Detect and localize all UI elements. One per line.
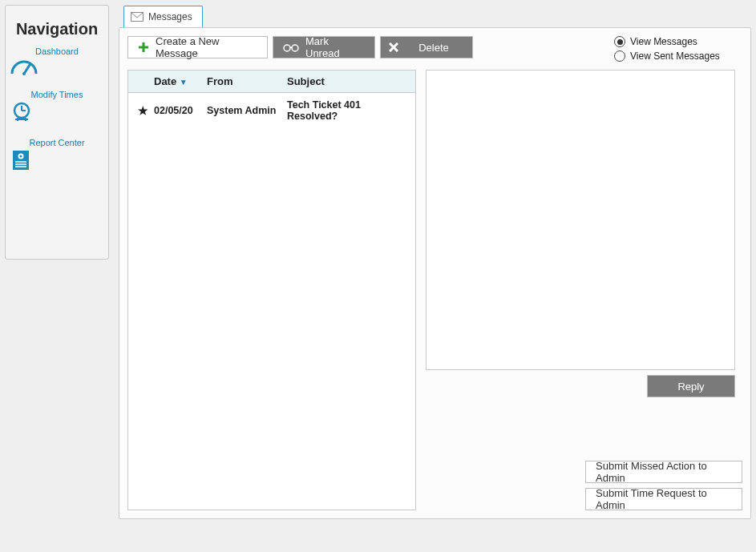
navigation-sidebar: Navigation Dashboard Modify Times — [5, 5, 109, 260]
button-label: Submit Missed Action to Admin — [596, 460, 732, 484]
bottom-actions: Submit Missed Action to Admin Submit Tim… — [585, 461, 742, 510]
message-date: 02/05/20 — [154, 105, 207, 116]
radio-label: View Messages — [630, 36, 697, 47]
radio-icon — [614, 50, 625, 62]
radio-view-messages[interactable]: View Messages — [614, 36, 720, 47]
button-label: Reply — [677, 381, 704, 393]
messages-panel: Create a New Message Mark Unread — [119, 27, 751, 519]
navigation-title: Navigation — [10, 20, 103, 38]
button-label: Delete — [405, 42, 463, 54]
column-label: Date — [154, 75, 176, 87]
sidebar-item-label: Report Center — [10, 138, 103, 147]
message-from: System Admin — [207, 105, 287, 116]
button-label: Submit Time Request to Admin — [596, 487, 732, 511]
star-icon: ★ — [131, 104, 154, 117]
column-from[interactable]: From — [207, 75, 287, 87]
svg-point-7 — [20, 155, 22, 158]
svg-point-1 — [22, 72, 26, 75]
column-date[interactable]: Date ▼ — [154, 75, 207, 87]
radio-icon — [614, 36, 625, 47]
tab-messages[interactable]: Messages — [123, 6, 203, 28]
message-list[interactable]: Date ▼ From Subject ★ 02/05/20 System Ad… — [127, 70, 416, 510]
gauge-icon — [10, 58, 103, 75]
sidebar-item-dashboard[interactable]: Dashboard — [10, 46, 103, 75]
report-document-icon — [10, 149, 103, 171]
envelope-icon — [131, 12, 144, 22]
column-icon[interactable] — [131, 75, 154, 87]
toolbar: Create a New Message Mark Unread — [127, 36, 742, 62]
delete-button[interactable]: Delete — [380, 36, 473, 58]
glasses-icon — [283, 42, 299, 52]
submit-missed-action-button[interactable]: Submit Missed Action to Admin — [585, 461, 742, 483]
main-area: Messages Create a New Message — [119, 5, 751, 547]
mark-unread-button[interactable]: Mark Unread — [273, 36, 375, 58]
app-root: Navigation Dashboard Modify Times — [0, 0, 756, 552]
view-filter-group: View Messages View Sent Messages — [614, 36, 720, 62]
sort-desc-icon: ▼ — [180, 78, 188, 87]
message-row[interactable]: ★ 02/05/20 System Admin Tech Ticket 401 … — [128, 93, 415, 128]
radio-label: View Sent Messages — [630, 50, 720, 62]
x-icon — [389, 42, 398, 52]
column-subject[interactable]: Subject — [287, 75, 412, 87]
button-label: Mark Unread — [305, 35, 365, 59]
svg-point-15 — [292, 45, 298, 51]
message-list-header: Date ▼ From Subject — [128, 71, 415, 93]
create-message-button[interactable]: Create a New Message — [127, 36, 268, 58]
message-preview — [426, 70, 735, 370]
sidebar-item-modify-times[interactable]: Modify Times — [10, 90, 103, 123]
submit-time-request-button[interactable]: Submit Time Request to Admin — [585, 488, 742, 510]
sidebar-item-report-center[interactable]: Report Center — [10, 138, 103, 171]
svg-point-14 — [284, 45, 290, 51]
radio-view-sent[interactable]: View Sent Messages — [614, 50, 720, 62]
sidebar-item-label: Dashboard — [10, 46, 103, 56]
tab-bar: Messages — [119, 5, 751, 27]
button-label: Create a New Message — [156, 35, 257, 59]
sidebar-item-label: Modify Times — [10, 90, 103, 99]
tab-label: Messages — [148, 11, 192, 22]
right-column: Reply — [426, 70, 735, 510]
content-row: Date ▼ From Subject ★ 02/05/20 System Ad… — [127, 70, 742, 510]
reply-button[interactable]: Reply — [647, 375, 735, 397]
clock-wrench-icon — [10, 101, 103, 123]
plus-icon — [138, 42, 149, 53]
message-subject: Tech Ticket 401 Resolved? — [287, 99, 412, 122]
